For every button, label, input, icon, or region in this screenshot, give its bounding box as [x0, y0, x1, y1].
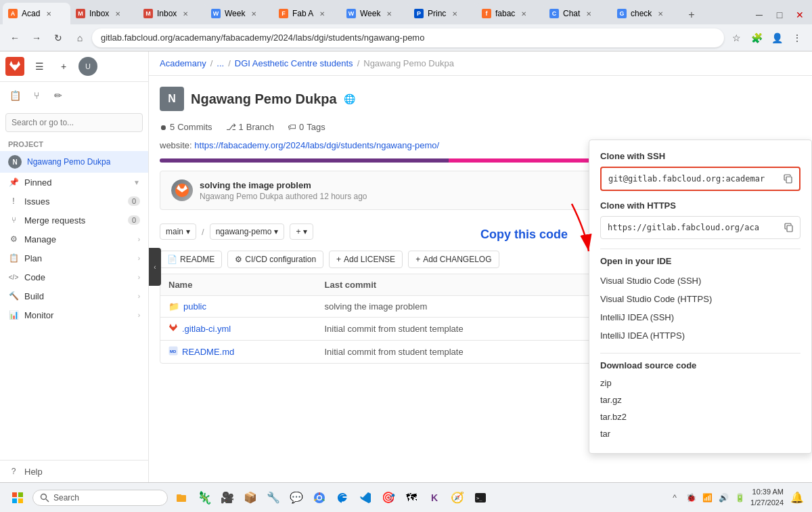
add-license-button[interactable]: + Add LICENSE: [329, 251, 403, 268]
sys-bug-icon[interactable]: 🐞: [684, 491, 698, 505]
sidebar-item-code[interactable]: </> Code ›: [0, 268, 148, 286]
sidebar-home-btn[interactable]: 📋: [5, 86, 24, 105]
start-button[interactable]: [5, 486, 30, 510]
download-targz[interactable]: tar.gz: [600, 391, 800, 408]
taskbar-icon-vscode[interactable]: [355, 487, 376, 509]
gitlab-logo[interactable]: [5, 57, 24, 76]
tab-close-btn[interactable]: ✕: [519, 9, 528, 18]
sidebar-merge-btn[interactable]: ⑂: [27, 86, 46, 105]
sidebar-item-build[interactable]: 🔨 Build ›: [0, 286, 148, 305]
minimize-btn[interactable]: ─: [750, 5, 769, 24]
tab-princ[interactable]: P Princ ✕: [409, 3, 476, 24]
left-collapse-btn[interactable]: ‹: [149, 248, 161, 286]
clone-ssh-copy-btn[interactable]: [779, 169, 798, 188]
branch-stat[interactable]: ⎇ 1 Branch: [226, 122, 274, 132]
website-link[interactable]: https://fabacademy.org/2024/labs/dgi/stu…: [194, 140, 439, 150]
sys-wifi-icon[interactable]: 📶: [700, 491, 714, 505]
taskbar-icon-maps[interactable]: 🗺: [401, 487, 422, 509]
create-btn[interactable]: +: [54, 57, 73, 76]
tab-fabac[interactable]: f fabac ✕: [476, 3, 544, 24]
sidebar-item-project[interactable]: N Ngawang Pemo Dukpa: [0, 151, 148, 173]
taskbar-icon-terminal[interactable]: >_: [470, 487, 491, 509]
tab-close-btn[interactable]: ✕: [113, 9, 122, 18]
tab-check[interactable]: G check ✕: [612, 3, 679, 24]
maximize-btn[interactable]: □: [770, 5, 789, 24]
cicd-button[interactable]: ⚙ CI/CD configuration: [227, 251, 323, 268]
sidebar-item-manage[interactable]: ⚙ Manage ›: [0, 230, 148, 249]
user-avatar[interactable]: U: [78, 57, 97, 76]
clone-vscode-https[interactable]: Visual Studio Code (HTTPS): [600, 290, 800, 308]
clone-intellij-ssh[interactable]: IntelliJ IDEA (SSH): [600, 308, 800, 326]
clone-intellij-https[interactable]: IntelliJ IDEA (HTTPS): [600, 326, 800, 345]
close-btn[interactable]: ✕: [790, 5, 809, 24]
bookmark-btn[interactable]: ☆: [727, 28, 746, 47]
download-tarbz2[interactable]: tar.bz2: [600, 408, 800, 425]
taskbar-icon-nav[interactable]: 🧭: [447, 487, 468, 509]
back-button[interactable]: ←: [5, 28, 24, 47]
taskbar-icon-tool[interactable]: 🔧: [263, 487, 284, 509]
clone-ssh-input[interactable]: [603, 171, 775, 187]
clone-https-input[interactable]: [602, 219, 775, 236]
branch-select[interactable]: main ▾: [160, 223, 196, 240]
taskbar-icon-k[interactable]: K: [424, 487, 445, 509]
taskbar-icon-chrome[interactable]: [309, 487, 330, 509]
home-button[interactable]: ⌂: [70, 28, 89, 47]
download-tar[interactable]: tar: [600, 425, 800, 442]
extensions-btn[interactable]: 🧩: [747, 28, 766, 47]
menu-btn[interactable]: ⋮: [788, 28, 807, 47]
taskbar-icon-windows[interactable]: 🎯: [378, 487, 399, 509]
search-input[interactable]: [5, 113, 143, 132]
help-section[interactable]: ? Help: [0, 460, 148, 482]
tab-close-btn[interactable]: ✕: [317, 9, 327, 18]
new-tab-button[interactable]: +: [682, 5, 701, 24]
tab-close-btn[interactable]: ✕: [584, 9, 593, 18]
refresh-button[interactable]: ↻: [49, 28, 68, 47]
taskbar-search[interactable]: Search: [32, 490, 168, 506]
tab-close-btn[interactable]: ✕: [656, 9, 665, 18]
url-input[interactable]: [92, 28, 724, 47]
tab-close-btn[interactable]: ✕: [450, 9, 459, 18]
sidebar-item-issues[interactable]: ! Issues 0: [0, 192, 148, 211]
sidebar-item-monitor[interactable]: 📊 Monitor ›: [0, 305, 148, 324]
file-name-readme[interactable]: MD README.md: [168, 346, 325, 358]
sidebar-item-plan[interactable]: 📋 Plan ›: [0, 249, 148, 268]
taskbar-icon-video[interactable]: 🎥: [217, 487, 238, 509]
taskbar-icon-edge[interactable]: [332, 487, 353, 509]
file-name-public[interactable]: 📁 public: [168, 301, 325, 312]
tab-chat[interactable]: C Chat ✕: [544, 3, 612, 24]
download-zip[interactable]: zip: [600, 375, 800, 391]
breadcrumb-ellipsis[interactable]: ...: [217, 58, 224, 68]
breadcrumb-academany[interactable]: Academany: [160, 58, 206, 68]
commits-stat[interactable]: ⏺ 5 Commits: [160, 122, 212, 132]
sidebar-item-pinned[interactable]: 📌 Pinned ▼: [0, 173, 148, 192]
tab-inbox2[interactable]: M Inbox ✕: [138, 3, 206, 24]
sys-chevron-icon[interactable]: ^: [668, 491, 681, 505]
sys-battery-icon[interactable]: 🔋: [733, 491, 746, 505]
breadcrumb-dgi[interactable]: DGI Aesthetic Centre students: [235, 58, 353, 68]
path-select[interactable]: ngawang-pemo ▾: [210, 223, 285, 240]
clone-https-copy-btn[interactable]: [780, 218, 798, 237]
tab-week2[interactable]: W Week ✕: [341, 3, 409, 24]
forward-button[interactable]: →: [27, 28, 46, 47]
taskbar-icon-package[interactable]: 📦: [240, 487, 261, 509]
sidebar-item-merge-requests[interactable]: ⑂ Merge requests 0: [0, 211, 148, 230]
tab-fab[interactable]: F Fab A ✕: [273, 3, 341, 24]
sidebar-activity-btn[interactable]: ✏: [49, 86, 68, 105]
tab-close-btn[interactable]: ✕: [249, 9, 258, 18]
add-file-button[interactable]: + ▾: [290, 223, 313, 240]
notification-btn[interactable]: 🔔: [788, 488, 807, 507]
tab-close-btn[interactable]: ✕: [44, 9, 53, 18]
add-changelog-button[interactable]: + Add CHANGELOG: [408, 251, 499, 268]
clone-vscode-ssh[interactable]: Visual Studio Code (SSH): [600, 272, 800, 290]
tab-gitlab[interactable]: A Acad ✕: [3, 3, 70, 24]
file-name-gitlabci[interactable]: .gitlab-ci.yml: [168, 323, 325, 335]
taskbar-icon-chat[interactable]: 💬: [286, 487, 307, 509]
taskbar-icon-lizard[interactable]: 🦎: [194, 487, 215, 509]
taskbar-icon-explorer[interactable]: [171, 487, 192, 509]
sidebar-toggle-btn[interactable]: ☰: [30, 57, 49, 76]
profile-btn[interactable]: 👤: [767, 28, 786, 47]
tags-stat[interactable]: 🏷 0 Tags: [288, 122, 325, 132]
tab-close-btn[interactable]: ✕: [181, 9, 190, 18]
readme-button[interactable]: 📄 README: [160, 251, 222, 268]
tab-close-btn[interactable]: ✕: [384, 9, 394, 18]
